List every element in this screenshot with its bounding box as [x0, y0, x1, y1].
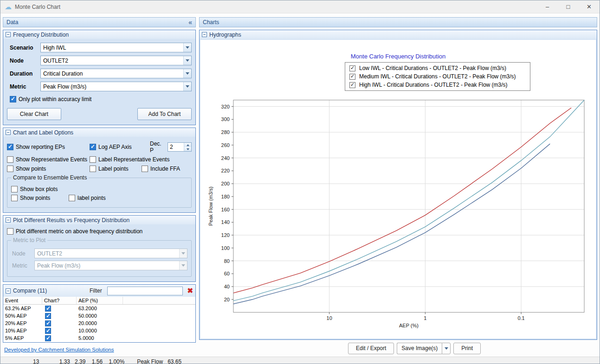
plot-different-metric-checkbox[interactable]: Plot different metric on above frequency… [7, 228, 192, 235]
checkbox-icon[interactable] [11, 186, 18, 192]
compare-row[interactable]: 10% AEP 10.0000 [3, 327, 195, 334]
column-header-chart[interactable]: Chart? [42, 297, 77, 304]
chart-label-options-header: Chart and Label Options [3, 128, 195, 137]
checkbox-icon[interactable] [142, 166, 148, 172]
maximize-button[interactable]: □ [558, 0, 579, 13]
duration-combobox[interactable]: Critical Duration [40, 69, 192, 78]
checkbox-icon[interactable] [90, 144, 96, 150]
compare-row[interactable]: 50% AEP 50.0000 [3, 312, 195, 319]
checkbox-icon[interactable] [7, 144, 13, 150]
row-chart-checkbox[interactable] [45, 306, 51, 312]
frequency-distribution-group: Frequency Distribution Scenario High IWL… [3, 30, 196, 125]
minimize-button[interactable]: – [537, 0, 558, 13]
dec-p-label: Dec. P [150, 140, 165, 153]
accuracy-limit-label: Only plot within accuracy limit [19, 96, 91, 102]
metric-dropdown-button[interactable] [183, 82, 191, 91]
ensemble-events-title: Compare to Ensemble Events [11, 174, 89, 181]
legend-checkbox[interactable] [349, 74, 355, 80]
print-button[interactable]: Print [453, 343, 481, 354]
accuracy-limit-checkbox[interactable]: Only plot within accuracy limit [10, 96, 192, 102]
compare-row[interactable]: 63.2% AEP 63.2000 [3, 305, 195, 312]
scenario-dropdown-button[interactable] [183, 43, 191, 52]
duration-row: Duration Critical Duration [7, 69, 192, 78]
group-title: Chart and Label Options [13, 129, 73, 136]
checkbox-icon[interactable] [90, 156, 96, 163]
spinner-up-button[interactable] [184, 143, 191, 147]
close-button[interactable]: ✕ [579, 0, 600, 13]
node-value: OUTLET2 [41, 57, 183, 64]
node-combobox[interactable]: OUTLET2 [40, 56, 192, 65]
developer-link[interactable]: Developed by Catchment Simulation Soluti… [4, 347, 114, 352]
log-aep-axis-checkbox[interactable]: Log AEP Axis [90, 144, 150, 150]
show-representative-events-checkbox[interactable]: Show Representative Events [7, 156, 90, 163]
checkbox-icon[interactable] [7, 166, 13, 172]
arrow-down-icon [187, 148, 189, 150]
compare-row[interactable]: 5% AEP 5.0000 [3, 334, 195, 342]
ensemble-row-1: Show box plots [11, 186, 187, 192]
row-chart-checkbox[interactable] [45, 320, 51, 326]
clear-filter-icon[interactable]: ✖ [185, 287, 195, 295]
label-representative-events-checkbox[interactable]: Label Representative Events [90, 156, 169, 163]
decimal-places-spinner[interactable]: 2 [168, 142, 192, 152]
status-text: 13 1.33 2.39 1.56 1.00% Peak Flow 63.65 [0, 357, 600, 364]
metric-to-plot-fieldset: Metric to Plot Node OUTLET2 Metric Peak [7, 240, 192, 277]
legend-item-high-iwl[interactable]: High IWL - Critical Durations - OUTLET2 … [345, 81, 530, 89]
svg-text:120: 120 [221, 232, 230, 238]
legend-checkbox[interactable] [349, 82, 355, 88]
checkbox-icon[interactable] [10, 96, 16, 102]
scenario-combobox[interactable]: High IWL [40, 43, 192, 52]
show-points-checkbox[interactable]: Show points [7, 166, 90, 172]
row-chart-checkbox[interactable] [45, 328, 51, 334]
frequency-buttons-row: Clear Chart Add To Chart [7, 108, 192, 120]
checkbox-icon[interactable] [7, 228, 13, 235]
checkbox-icon[interactable] [11, 195, 18, 201]
label-points-checkbox[interactable]: Label points [90, 166, 142, 172]
checkbox-icon[interactable] [7, 156, 13, 163]
metric-row: Metric Peak Flow (m3/s) [7, 82, 192, 91]
options-row-1: Show reporting EPs Log AEP Axis Dec. P 2 [7, 140, 192, 153]
spinner-down-button[interactable] [184, 147, 191, 151]
save-images-button[interactable]: Save Image(s) [397, 343, 442, 354]
ensemble-show-points-checkbox[interactable]: Show points [11, 195, 69, 201]
collapse-group-icon[interactable] [6, 288, 11, 294]
checkbox-icon[interactable] [69, 195, 75, 201]
save-images-split-button: Save Image(s) [397, 343, 451, 354]
compare-header: Compare (11) Filter ✖ [3, 285, 195, 297]
legend-checkbox[interactable] [349, 65, 355, 71]
column-header-aep[interactable]: AEP (%) [77, 297, 123, 304]
charts-panel: Charts Hydrographs Monte Carlo Frequency… [196, 17, 600, 357]
metric-label: Metric [7, 83, 40, 90]
row-chart-checkbox[interactable] [45, 313, 51, 319]
metric-to-plot-title: Metric to Plot [11, 237, 47, 243]
ensemble-label-points-checkbox[interactable]: label points [69, 195, 106, 201]
edit-export-button[interactable]: Edit / Export [348, 343, 394, 354]
compare-row[interactable]: 20% AEP 20.0000 [3, 319, 195, 327]
metric-combobox[interactable]: Peak Flow (m3/s) [40, 82, 192, 91]
collapse-panel-icon[interactable]: « [188, 19, 192, 26]
chevron-down-icon [186, 46, 189, 49]
collapse-group-icon[interactable] [6, 130, 11, 135]
legend-item-medium-iwl[interactable]: Medium IWL - Critical Durations - OUTLET… [345, 72, 530, 81]
row-chart-checkbox[interactable] [45, 335, 51, 341]
include-ffa-checkbox[interactable]: Include FFA [142, 166, 180, 172]
chevron-down-icon [186, 59, 189, 62]
add-to-chart-button[interactable]: Add To Chart [137, 108, 192, 120]
node-dropdown-button[interactable] [183, 56, 191, 65]
collapse-group-icon[interactable] [202, 32, 207, 37]
plot-node-row: Node OUTLET2 [11, 249, 187, 258]
svg-text:0.1: 0.1 [517, 315, 524, 321]
svg-text:320: 320 [221, 104, 230, 109]
duration-dropdown-button[interactable] [183, 69, 191, 78]
checkbox-icon[interactable] [90, 166, 96, 172]
filter-input[interactable] [107, 287, 183, 295]
clear-chart-button[interactable]: Clear Chart [7, 108, 61, 120]
column-header-event[interactable]: Event [3, 297, 42, 304]
collapse-group-icon[interactable] [6, 217, 11, 223]
svg-text:180: 180 [221, 194, 230, 199]
show-reporting-eps-checkbox[interactable]: Show reporting EPs [7, 144, 90, 150]
legend-item-low-iwl[interactable]: Low IWL - Critical Durations - OUTLET2 -… [345, 64, 530, 72]
show-box-plots-checkbox[interactable]: Show box plots [11, 186, 58, 192]
svg-text:300: 300 [221, 116, 230, 122]
collapse-group-icon[interactable] [6, 32, 11, 37]
save-images-dropdown-button[interactable] [442, 343, 451, 354]
